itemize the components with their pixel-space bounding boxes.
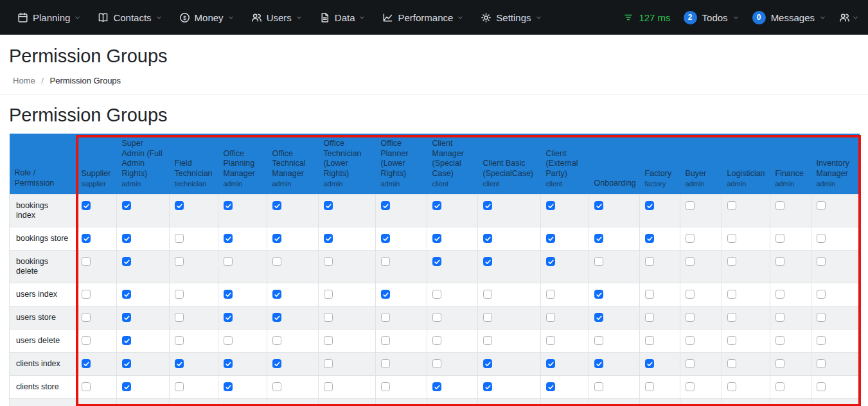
checkbox-unchecked[interactable] xyxy=(324,336,333,345)
checkbox-unchecked[interactable] xyxy=(817,313,826,322)
checkbox-unchecked[interactable] xyxy=(381,336,390,345)
checkbox-checked[interactable] xyxy=(272,234,281,243)
checkbox-unchecked[interactable] xyxy=(175,313,184,322)
checkbox-unchecked[interactable] xyxy=(175,257,184,266)
checkbox-unchecked[interactable] xyxy=(381,382,390,391)
checkbox-checked[interactable] xyxy=(82,234,91,243)
checkbox-unchecked[interactable] xyxy=(727,313,736,322)
checkbox-unchecked[interactable] xyxy=(82,336,91,345)
checkbox-unchecked[interactable] xyxy=(432,336,441,345)
checkbox-unchecked[interactable] xyxy=(381,359,390,368)
checkbox-unchecked[interactable] xyxy=(82,382,91,391)
checkbox-checked[interactable] xyxy=(432,257,441,266)
checkbox-unchecked[interactable] xyxy=(645,313,654,322)
checkbox-unchecked[interactable] xyxy=(645,257,654,266)
checkbox-unchecked[interactable] xyxy=(775,234,784,243)
checkbox-unchecked[interactable] xyxy=(686,257,695,266)
checkbox-unchecked[interactable] xyxy=(645,382,654,391)
checkbox-unchecked[interactable] xyxy=(224,336,233,345)
checkbox-checked[interactable] xyxy=(483,201,492,210)
checkbox-unchecked[interactable] xyxy=(324,313,333,322)
checkbox-unchecked[interactable] xyxy=(483,290,492,299)
checkbox-unchecked[interactable] xyxy=(324,290,333,299)
checkbox-checked[interactable] xyxy=(272,313,281,322)
checkbox-checked[interactable] xyxy=(645,234,654,243)
checkbox-checked[interactable] xyxy=(432,382,441,391)
checkbox-unchecked[interactable] xyxy=(175,290,184,299)
checkbox-unchecked[interactable] xyxy=(645,336,654,345)
checkbox-unchecked[interactable] xyxy=(727,201,736,210)
checkbox-unchecked[interactable] xyxy=(594,382,603,391)
checkbox-unchecked[interactable] xyxy=(381,313,390,322)
checkbox-checked[interactable] xyxy=(224,382,233,391)
checkbox-unchecked[interactable] xyxy=(483,336,492,345)
checkbox-unchecked[interactable] xyxy=(272,382,281,391)
checkbox-unchecked[interactable] xyxy=(432,359,441,368)
checkbox-checked[interactable] xyxy=(432,234,441,243)
checkbox-checked[interactable] xyxy=(122,201,131,210)
checkbox-unchecked[interactable] xyxy=(82,257,91,266)
checkbox-unchecked[interactable] xyxy=(324,382,333,391)
checkbox-checked[interactable] xyxy=(82,359,91,368)
checkbox-checked[interactable] xyxy=(82,201,91,210)
checkbox-unchecked[interactable] xyxy=(645,290,654,299)
checkbox-unchecked[interactable] xyxy=(727,234,736,243)
user-menu[interactable] xyxy=(839,12,859,23)
checkbox-unchecked[interactable] xyxy=(817,382,826,391)
checkbox-unchecked[interactable] xyxy=(775,201,784,210)
nav-item-contacts[interactable]: Contacts xyxy=(89,7,170,28)
checkbox-checked[interactable] xyxy=(122,234,131,243)
checkbox-unchecked[interactable] xyxy=(727,382,736,391)
checkbox-unchecked[interactable] xyxy=(175,234,184,243)
checkbox-unchecked[interactable] xyxy=(82,313,91,322)
checkbox-unchecked[interactable] xyxy=(775,313,784,322)
checkbox-unchecked[interactable] xyxy=(381,257,390,266)
checkbox-checked[interactable] xyxy=(324,201,333,210)
nav-item-users[interactable]: Users xyxy=(243,7,311,28)
messages-dropdown[interactable]: 0 Messages xyxy=(752,11,826,24)
todos-dropdown[interactable]: 2 Todos xyxy=(684,11,740,24)
checkbox-checked[interactable] xyxy=(175,359,184,368)
checkbox-unchecked[interactable] xyxy=(594,257,603,266)
checkbox-checked[interactable] xyxy=(594,201,603,210)
checkbox-unchecked[interactable] xyxy=(817,234,826,243)
checkbox-unchecked[interactable] xyxy=(432,313,441,322)
checkbox-checked[interactable] xyxy=(122,336,131,345)
checkbox-unchecked[interactable] xyxy=(686,313,695,322)
checkbox-checked[interactable] xyxy=(381,201,390,210)
checkbox-unchecked[interactable] xyxy=(82,290,91,299)
checkbox-checked[interactable] xyxy=(594,313,603,322)
checkbox-checked[interactable] xyxy=(381,234,390,243)
checkbox-checked[interactable] xyxy=(122,257,131,266)
checkbox-checked[interactable] xyxy=(122,359,131,368)
checkbox-unchecked[interactable] xyxy=(686,290,695,299)
checkbox-checked[interactable] xyxy=(594,359,603,368)
checkbox-unchecked[interactable] xyxy=(817,257,826,266)
checkbox-unchecked[interactable] xyxy=(817,336,826,345)
checkbox-checked[interactable] xyxy=(594,234,603,243)
checkbox-unchecked[interactable] xyxy=(817,201,826,210)
checkbox-checked[interactable] xyxy=(224,313,233,322)
checkbox-unchecked[interactable] xyxy=(546,313,555,322)
checkbox-checked[interactable] xyxy=(483,382,492,391)
nav-item-settings[interactable]: Settings xyxy=(472,7,550,28)
checkbox-unchecked[interactable] xyxy=(272,257,281,266)
checkbox-unchecked[interactable] xyxy=(483,313,492,322)
checkbox-unchecked[interactable] xyxy=(324,359,333,368)
checkbox-unchecked[interactable] xyxy=(686,382,695,391)
checkbox-checked[interactable] xyxy=(272,290,281,299)
checkbox-checked[interactable] xyxy=(224,290,233,299)
checkbox-unchecked[interactable] xyxy=(324,257,333,266)
checkbox-checked[interactable] xyxy=(272,359,281,368)
checkbox-unchecked[interactable] xyxy=(432,290,441,299)
checkbox-checked[interactable] xyxy=(381,290,390,299)
checkbox-checked[interactable] xyxy=(546,359,555,368)
nav-item-money[interactable]: $Money xyxy=(171,7,243,28)
checkbox-unchecked[interactable] xyxy=(546,290,555,299)
checkbox-unchecked[interactable] xyxy=(727,257,736,266)
checkbox-unchecked[interactable] xyxy=(775,336,784,345)
checkbox-checked[interactable] xyxy=(224,201,233,210)
checkbox-unchecked[interactable] xyxy=(775,290,784,299)
checkbox-unchecked[interactable] xyxy=(686,359,695,368)
checkbox-unchecked[interactable] xyxy=(775,359,784,368)
